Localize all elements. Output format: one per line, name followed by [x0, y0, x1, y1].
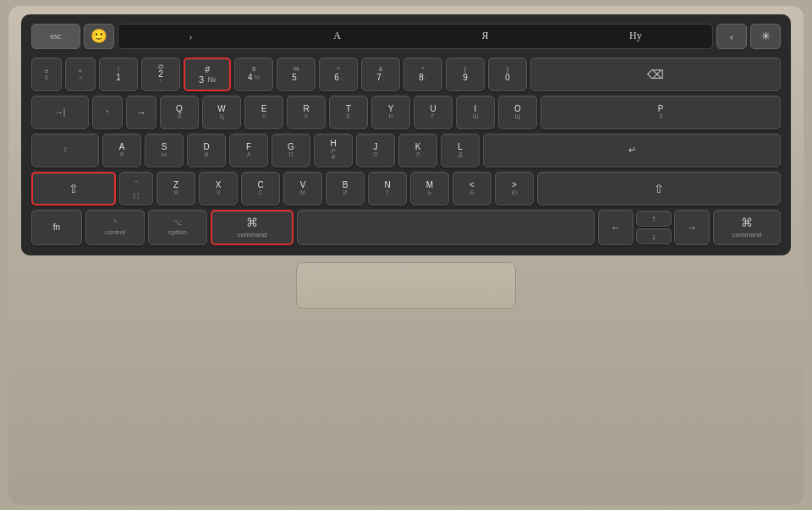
emoji-key[interactable]: 🙂 [84, 24, 114, 49]
tb-chevron-left[interactable]: ‹ [716, 24, 747, 49]
key-k[interactable]: K Л [398, 134, 437, 167]
key-d[interactable]: D В [187, 134, 226, 167]
key-pm-section[interactable]: ± § [31, 58, 62, 91]
key-a[interactable]: A Ф [102, 134, 141, 167]
key-v[interactable]: V М [283, 172, 322, 206]
key-comma[interactable]: < Б [453, 172, 491, 206]
command-right-key[interactable]: ⌘ command [713, 210, 781, 245]
key-lt-gt[interactable]: < > [65, 58, 96, 91]
key-t[interactable]: T Е [329, 96, 368, 129]
tab-key[interactable]: →| [31, 96, 89, 129]
key-2[interactable]: @ 2 " [141, 58, 180, 91]
brightness-key[interactable]: ✳ [750, 24, 781, 49]
bottom-row: fn ^ control ⌥ option ⌘ command [31, 210, 781, 245]
key-g[interactable]: G П [272, 134, 310, 167]
tb-key-hy: Hy [629, 30, 642, 42]
shift-left-key[interactable]: ⇧ [31, 172, 116, 206]
key-6[interactable]: ^ 6 , [319, 58, 358, 91]
tb-key-a: A [333, 30, 341, 42]
key-h[interactable]: H Р ₽ [314, 134, 353, 167]
arrow-left-key[interactable]: ← [598, 210, 634, 245]
key-tilde[interactable]: ~ ` [ ] [119, 172, 153, 206]
key-period[interactable]: > Ю [495, 172, 534, 206]
fn-key[interactable]: fn [31, 210, 82, 245]
key-q[interactable]: Q Й [160, 96, 199, 129]
key-5[interactable]: % 5 : [277, 58, 315, 91]
zxcv-row: ⇧ ~ ` [ ] Z Я X Ч C С V М [31, 172, 781, 206]
key-s[interactable]: S Ы [145, 134, 184, 167]
capslock-key[interactable]: ⇪ [31, 134, 99, 167]
key-7[interactable]: & 7 . [361, 58, 400, 91]
tb-chevron-right: › [189, 30, 192, 43]
option-key[interactable]: ⌥ option [148, 210, 207, 245]
touchbar-row: esc 🙂 › A Я Hy ‹ ✳ [31, 23, 781, 50]
key-p[interactable]: P З [540, 96, 781, 129]
key-f[interactable]: F А [229, 134, 268, 167]
key-b[interactable]: B И [326, 172, 365, 206]
key-l[interactable]: L Д [441, 134, 480, 167]
key-w[interactable]: W Ц [202, 96, 241, 129]
key-m[interactable]: M Ь [410, 172, 449, 206]
key-x[interactable]: X Ч [199, 172, 238, 206]
trackpad[interactable] [296, 262, 516, 309]
asdf-row: ⇪ A Ф S Ы D В F А G П [31, 134, 781, 167]
number-row: ± § < > ! 1 @ 2 " # 3 № [31, 58, 781, 91]
keyboard: esc 🙂 › A Я Hy ‹ ✳ ± § < > ! [21, 14, 791, 255]
key-dot-left[interactable]: • [92, 96, 123, 129]
arrow-up-key[interactable]: ↑ [636, 211, 672, 227]
key-e[interactable]: E У [244, 96, 283, 129]
key-3-highlighted[interactable]: # 3 № [184, 58, 231, 91]
shift-right-key[interactable]: ⇧ [537, 172, 781, 206]
key-u[interactable]: U Г [414, 96, 453, 129]
command-left-key[interactable]: ⌘ command [211, 210, 294, 245]
esc-key[interactable]: esc [31, 24, 80, 49]
arrow-right-key[interactable]: → [674, 210, 710, 245]
key-9[interactable]: ( 9 [446, 58, 485, 91]
key-8[interactable]: * 8 ; [403, 58, 442, 91]
backspace-key[interactable]: ⌫ [530, 58, 781, 91]
space-key[interactable] [297, 210, 595, 245]
key-y[interactable]: Y Н [371, 96, 410, 129]
key-o[interactable]: O Щ [498, 96, 537, 129]
key-i[interactable]: I Ш [456, 96, 495, 129]
key-4[interactable]: $ 4 % [234, 58, 273, 91]
key-c[interactable]: C С [241, 172, 280, 206]
key-0[interactable]: ) 0 [488, 58, 527, 91]
arrow-down-key[interactable]: ↓ [636, 228, 672, 244]
key-r[interactable]: R К [287, 96, 326, 129]
return-key[interactable]: ↵ [483, 134, 781, 167]
key-n[interactable]: N Т [368, 172, 407, 206]
laptop-body: esc 🙂 › A Я Hy ‹ ✳ ± § < > ! [8, 6, 804, 505]
key-1[interactable]: ! 1 [99, 58, 138, 91]
key-arrow-tab[interactable]: → [126, 96, 156, 129]
tb-key-ya: Я [481, 30, 488, 42]
qwerty-row: →| • → Q Й W Ц E У R К [31, 96, 781, 129]
control-key[interactable]: ^ control [85, 210, 145, 245]
key-j[interactable]: J О [356, 134, 395, 167]
key-z[interactable]: Z Я [156, 172, 195, 206]
